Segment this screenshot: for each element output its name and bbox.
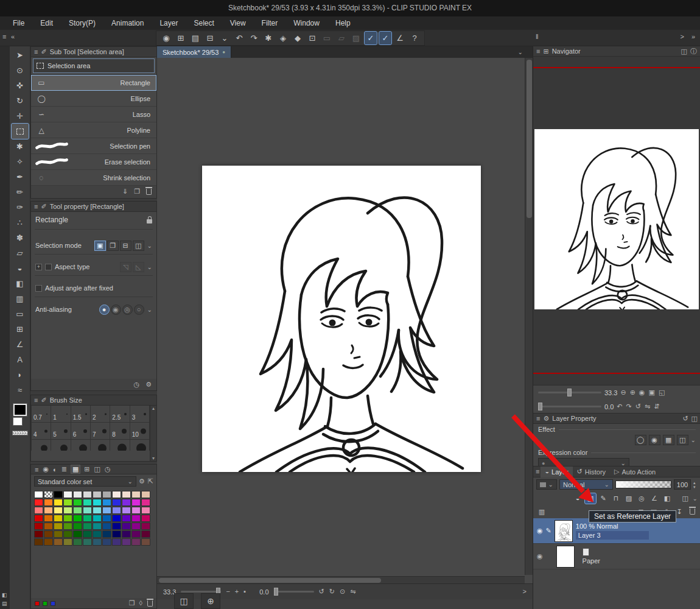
menu-item[interactable]: Select (186, 16, 222, 30)
color-swatch[interactable] (54, 530, 63, 538)
color-swatch[interactable] (63, 507, 72, 514)
eye-icon[interactable]: ◉ (537, 527, 543, 534)
color-swatch[interactable] (34, 538, 43, 546)
color-swatch[interactable] (122, 523, 131, 530)
lock-icon[interactable] (147, 219, 152, 224)
color-swatch[interactable] (44, 499, 53, 506)
export-menu-icon[interactable]: ⌄ (219, 32, 231, 44)
scale-disabled-icon[interactable]: ▱ (335, 32, 348, 44)
panel-menu-icon[interactable]: ≡ (2, 33, 6, 40)
help-icon[interactable]: ? (408, 32, 421, 44)
sub-tool-item[interactable]: ∽ Lasso (31, 107, 156, 122)
color-swatch[interactable] (73, 507, 82, 514)
color-swatch[interactable] (102, 499, 111, 506)
nav-zoom-in-icon[interactable]: ⊕ (630, 389, 635, 396)
panel-menu-icon[interactable]: ≡ (536, 48, 540, 55)
sub-tool-item[interactable]: ◆ Erase selection (31, 154, 156, 170)
nav-rotate-right-icon[interactable]: ↷ (626, 403, 632, 410)
panel-menu-icon[interactable]: ≡ (34, 203, 38, 210)
color-swatch[interactable] (131, 523, 141, 530)
clip-to-layer-below-icon[interactable]: ◒ (572, 493, 583, 504)
brush-tool[interactable]: ✑ (12, 200, 29, 215)
zoom-out-icon[interactable]: − (226, 588, 229, 595)
new-canvas-icon[interactable]: ⊞ (175, 32, 187, 44)
enable-mask-icon[interactable]: ◎ (636, 493, 647, 504)
navigator-zoom-slider[interactable] (538, 392, 601, 393)
menu-item[interactable]: Story(P) (61, 16, 103, 30)
rotate-left-icon[interactable]: ↺ (319, 588, 324, 595)
sub-tool-group-selection-area[interactable]: Selection area (33, 59, 154, 72)
color-swatch[interactable] (34, 499, 43, 506)
color-swatch[interactable] (83, 530, 92, 538)
zoom-tool[interactable]: ⊙ (12, 63, 29, 78)
sub-tool-item[interactable]: ✎ Selection pen (31, 138, 156, 154)
rotation-slider[interactable] (274, 591, 314, 593)
adjust-angle-checkbox[interactable] (35, 285, 42, 292)
color-swatch[interactable] (141, 491, 150, 498)
color-swatch[interactable] (122, 507, 131, 514)
approx-color-tab-icon[interactable]: ◫ (94, 465, 100, 473)
document-tab[interactable]: Sketchbook* 29/53 ● (157, 46, 231, 58)
color-swatch[interactable] (63, 491, 72, 498)
color-swatch[interactable] (34, 530, 43, 538)
color-swatch[interactable] (93, 499, 102, 506)
opacity-slider[interactable] (615, 481, 671, 488)
deselect-icon[interactable]: ✱ (262, 32, 275, 44)
expand-right-icon[interactable]: > (681, 33, 684, 40)
frame-border-tool[interactable]: ⊞ (12, 322, 29, 337)
eyedropper-tool[interactable]: ✧ (12, 154, 29, 169)
color-swatch[interactable] (102, 523, 111, 530)
menu-item[interactable]: File (5, 16, 32, 30)
color-swatch[interactable] (112, 523, 121, 530)
zoom-slider[interactable] (181, 591, 221, 593)
brush-size-cell[interactable] (32, 440, 51, 451)
aspect-type-expander[interactable]: + (35, 264, 42, 270)
invert-selection-icon[interactable]: ◈ (277, 32, 289, 44)
brush-size-cell[interactable] (51, 440, 71, 451)
color-swatch[interactable] (44, 538, 53, 546)
color-swatch[interactable] (122, 491, 131, 498)
color-swatch[interactable] (93, 507, 102, 514)
brush-size-cell[interactable]: 5 (51, 423, 71, 440)
color-set-settings-icon[interactable]: ⚙ (139, 478, 145, 485)
mesh-disabled-icon[interactable]: ▨ (350, 32, 362, 44)
subview-icon[interactable]: ◫ (691, 415, 698, 422)
color-chip[interactable] (35, 601, 40, 606)
color-wheel-tab-icon[interactable]: ◉ (43, 465, 49, 473)
color-swatch[interactable] (54, 507, 63, 514)
ruler-icon[interactable]: ∠ (649, 493, 660, 504)
color-swatch[interactable] (131, 530, 141, 538)
delete-layer-icon[interactable] (687, 507, 698, 517)
aspect-ratio-icon[interactable]: ◹ (120, 262, 131, 272)
decoration-tool[interactable]: ✽ (12, 230, 29, 245)
color-swatch[interactable] (141, 523, 150, 530)
color-swatch[interactable] (44, 515, 53, 522)
color-swatch[interactable] (112, 507, 121, 514)
menu-item[interactable]: View (222, 16, 254, 30)
hand-tool[interactable]: ✜ (12, 78, 29, 93)
menu-item[interactable]: Help (327, 16, 359, 30)
color-swatch[interactable] (112, 538, 121, 546)
color-swatch[interactable] (102, 507, 111, 514)
tone-effect-icon[interactable]: ◉ (649, 435, 660, 445)
palette-menu-icon[interactable]: ≡ (35, 466, 38, 473)
fill-tool[interactable]: ◧ (12, 276, 29, 291)
selection-tool[interactable] (12, 124, 29, 139)
brush-size-cell[interactable]: 3 (130, 406, 150, 423)
color-swatch[interactable] (44, 507, 53, 514)
zoom-in-icon[interactable]: + (235, 588, 239, 595)
extract-line-icon[interactable]: ▦ (663, 435, 674, 445)
expression-color-dropdown[interactable]: ● ⌄ (538, 458, 629, 466)
nav-flip-vertical-icon[interactable]: ⇵ (654, 403, 659, 410)
reset-rotation-icon[interactable]: ⊙ (340, 588, 345, 595)
auto-select-tool[interactable]: ✱ (12, 139, 29, 154)
draft-layer-icon[interactable]: ✎ (598, 493, 609, 504)
color-swatch[interactable] (141, 515, 150, 522)
brush-size-cell[interactable]: 1.5 (71, 406, 91, 423)
paper-thumbnail[interactable] (556, 546, 575, 568)
selection-subtract-icon[interactable]: ⊟ (120, 241, 131, 251)
aspect-expand-icon[interactable]: ⌄ (147, 264, 152, 270)
sub-tool-item[interactable]: △ Polyline (31, 122, 156, 138)
color-swatch[interactable] (83, 499, 92, 506)
clip-studio-logo-icon[interactable]: ◉ (160, 32, 172, 44)
